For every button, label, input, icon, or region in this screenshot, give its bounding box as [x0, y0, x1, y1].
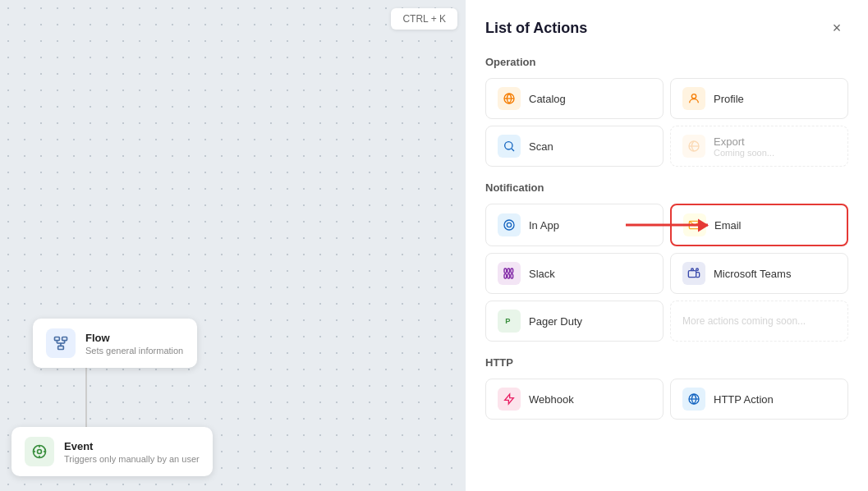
slack-label: Slack	[529, 268, 555, 280]
catalog-label: Catalog	[529, 93, 566, 105]
svg-rect-25	[507, 268, 510, 273]
search-bar[interactable]: CTRL + K	[391, 8, 457, 30]
svg-rect-29	[688, 271, 696, 278]
http-action-label: HTTP Action	[714, 393, 774, 406]
event-node[interactable]: Event Triggers only manually by an user	[11, 427, 213, 476]
actions-panel: List of Actions × Operation Catalog	[466, 0, 868, 491]
catalog-icon	[498, 87, 521, 110]
pager-duty-label: Pager Duty	[529, 315, 582, 328]
action-slack[interactable]: Slack	[485, 253, 664, 294]
action-pager-duty[interactable]: P Pager Duty	[485, 301, 664, 342]
svg-point-8	[38, 450, 42, 454]
svg-rect-24	[504, 274, 507, 278]
svg-rect-27	[511, 268, 513, 273]
event-node-icon	[25, 437, 54, 466]
svg-point-16	[505, 142, 512, 149]
microsoft-teams-label: Microsoft Teams	[714, 268, 791, 280]
svg-rect-28	[511, 274, 513, 278]
action-microsoft-teams[interactable]: Microsoft Teams	[670, 253, 848, 294]
flow-node-title: Flow	[85, 332, 183, 344]
connector-line	[85, 357, 87, 429]
http-action-icon	[682, 388, 705, 411]
email-icon	[683, 213, 706, 236]
webhook-label: Webhook	[529, 393, 574, 406]
svg-rect-1	[62, 337, 67, 341]
panel-header: List of Actions ×	[485, 16, 848, 39]
svg-point-30	[691, 268, 694, 271]
section-label-notification: Notification	[485, 181, 848, 194]
panel-title: List of Actions	[485, 20, 587, 37]
slack-icon	[498, 262, 521, 285]
action-inapp[interactable]: In App	[485, 204, 664, 246]
webhook-icon	[498, 388, 521, 411]
svg-rect-26	[507, 274, 510, 278]
microsoft-teams-icon	[682, 262, 705, 285]
close-button[interactable]: ×	[825, 16, 848, 39]
section-label-http: HTTP	[485, 356, 848, 369]
svg-rect-2	[58, 346, 64, 349]
section-label-operation: Operation	[485, 56, 848, 68]
svg-rect-0	[55, 337, 60, 341]
export-label: Export	[714, 135, 774, 148]
action-catalog[interactable]: Catalog	[485, 78, 664, 119]
export-icon	[682, 135, 705, 158]
action-export: Export Coming soon...	[670, 126, 848, 167]
flow-node-subtitle: Sets general information	[85, 346, 183, 356]
svg-line-17	[512, 149, 514, 151]
pager-duty-icon: P	[498, 310, 521, 333]
operation-grid: Catalog Profile Scan	[485, 78, 848, 167]
scan-icon	[498, 135, 521, 158]
action-webhook[interactable]: Webhook	[485, 379, 664, 420]
action-more: More actions coming soon...	[670, 301, 848, 342]
http-grid: Webhook HTTP Action	[485, 379, 848, 420]
svg-point-15	[691, 94, 696, 99]
flow-node-text: Flow Sets general information	[85, 332, 183, 356]
event-node-text: Event Triggers only manually by an user	[64, 440, 200, 464]
flow-node[interactable]: Flow Sets general information	[33, 319, 197, 368]
action-profile[interactable]: Profile	[670, 78, 848, 119]
scan-label: Scan	[529, 140, 553, 153]
svg-rect-23	[504, 268, 507, 273]
svg-point-20	[504, 220, 514, 230]
more-actions-label: More actions coming soon...	[682, 315, 806, 327]
inapp-label: In App	[529, 219, 559, 232]
svg-point-21	[507, 223, 511, 227]
event-node-title: Event	[64, 440, 200, 452]
inapp-icon	[498, 213, 521, 236]
profile-icon	[682, 87, 705, 110]
search-shortcut: CTRL + K	[402, 13, 446, 25]
action-email[interactable]: Email	[670, 204, 848, 246]
action-http-action[interactable]: HTTP Action	[670, 379, 848, 420]
svg-text:P: P	[505, 317, 510, 325]
svg-point-31	[696, 268, 699, 271]
flow-node-icon	[46, 328, 76, 358]
canvas-area: CTRL + K Flow Sets general information	[0, 0, 466, 491]
event-node-subtitle: Triggers only manually by an user	[64, 454, 200, 464]
action-scan[interactable]: Scan	[485, 126, 664, 167]
export-sublabel: Coming soon...	[714, 148, 774, 158]
profile-label: Profile	[714, 93, 744, 105]
email-label: Email	[714, 219, 742, 232]
